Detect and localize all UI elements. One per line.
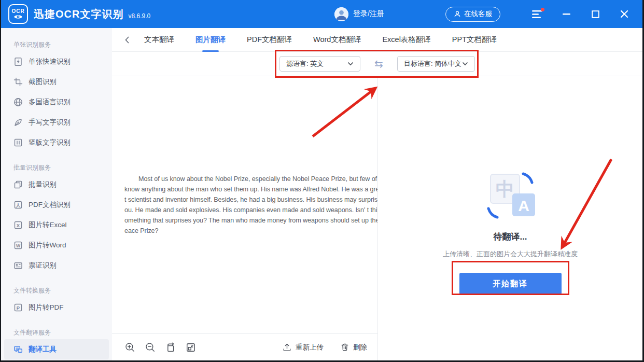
close-icon (620, 10, 628, 18)
source-language-value: 源语言: 英文 (286, 59, 324, 68)
main-panel: 文本翻译 图片翻译 PDF文档翻译 Word文档翻译 Excel表格翻译 PPT… (112, 28, 642, 360)
app-title: 迅捷OCR文字识别 (34, 7, 123, 21)
sidebar-item-label: 批量识别 (29, 180, 57, 189)
preview-text-line: t scientist and inventor himself. Beside… (124, 194, 365, 205)
target-language-select[interactable]: 目标语言: 简体中文 (397, 56, 475, 72)
svg-text:P: P (17, 304, 20, 310)
tab-pdf-translate[interactable]: PDF文档翻译 (247, 28, 292, 52)
preview-toolbar: 重新上传 删除 (112, 333, 377, 360)
sidebar-item-label: 手写文字识别 (29, 118, 71, 127)
zoom-in-button[interactable] (124, 342, 136, 353)
preview-text-line: eace Prize? (124, 226, 365, 236)
sidebar-item-label: 图片转Word (29, 241, 66, 250)
start-translate-button[interactable]: 开始翻译 (459, 273, 562, 295)
zoom-in-icon (125, 342, 135, 353)
login-register-link[interactable]: 登录/注册 (353, 9, 384, 19)
app-version: v8.6.9.0 (128, 12, 150, 20)
svg-text:X: X (17, 222, 20, 228)
support-label: 在线客服 (464, 9, 492, 19)
avatar[interactable] (334, 7, 348, 21)
stack-icon (13, 180, 23, 189)
online-support-button[interactable]: 在线客服 (445, 7, 500, 22)
sidebar-item-multilingual-recognition[interactable]: 多国语言识别 (1, 92, 112, 112)
fit-screen-button[interactable] (185, 342, 197, 353)
target-language-value: 目标语言: 简体中文 (404, 59, 461, 68)
pdf-doc-icon: 人 (13, 200, 23, 210)
sidebar-item-label: 翻译工具 (29, 345, 57, 354)
tab-bar: 文本翻译 图片翻译 PDF文档翻译 Word文档翻译 Excel表格翻译 PPT… (112, 28, 642, 52)
svg-text:W: W (16, 243, 21, 248)
sidebar-item-image-to-excel[interactable]: X 图片转Excel (1, 215, 112, 235)
app-window: OCR 迅捷OCR文字识别 v8.6.9.0 登录/注册 在线客服 (0, 0, 644, 362)
sidebar-item-handwriting-recognition[interactable]: 手写文字识别 (1, 112, 112, 132)
sidebar-item-batch-recognition[interactable]: 批量识别 (1, 174, 112, 194)
tab-image-translate[interactable]: 图片翻译 (195, 28, 226, 52)
trash-icon (340, 342, 349, 352)
pdf-convert-icon: P (13, 303, 23, 312)
titlebar: OCR 迅捷OCR文字识别 v8.6.9.0 登录/注册 在线客服 (1, 0, 642, 28)
sidebar-item-label: 票证识别 (29, 261, 57, 270)
preview-canvas[interactable]: Most of us know about the Nobel Prize, e… (112, 76, 377, 333)
minimize-icon (563, 13, 570, 15)
sidebar-item-pdf-recognition[interactable]: 人 PDF文档识别 (1, 194, 112, 215)
preview-text-line: ou. He made and sold explosives. His com… (124, 205, 365, 215)
back-button[interactable] (124, 36, 133, 44)
word-icon: W (13, 241, 23, 250)
reupload-label: 重新上传 (296, 343, 324, 352)
swap-languages-icon[interactable]: ⇆ (374, 59, 383, 69)
eye-icon (13, 14, 23, 20)
rotate-button[interactable] (165, 342, 176, 353)
crop-icon (13, 77, 23, 87)
preview-text-line: Most of us know about the Nobel Prize, e… (124, 174, 365, 184)
tab-word-translate[interactable]: Word文档翻译 (313, 28, 361, 52)
zoom-out-button[interactable] (145, 342, 156, 353)
sidebar-section-single: 单张识别服务 (1, 39, 112, 50)
sidebar-item-label: 竖版文字识别 (29, 138, 71, 147)
language-bar: 源语言: 英文 ⇆ 目标语言: 简体中文 (112, 52, 642, 76)
sidebar-item-label: 截图识别 (29, 77, 57, 87)
upload-icon (282, 342, 292, 352)
minimize-button[interactable] (559, 7, 573, 21)
sidebar-item-label: 单张快速识别 (29, 57, 71, 66)
tab-ppt-translate[interactable]: PPT文档翻译 (452, 28, 497, 52)
maximize-button[interactable] (589, 7, 602, 21)
globe-icon (13, 98, 23, 107)
sidebar-item-translate-tool[interactable]: 翻译工具 (4, 339, 109, 359)
notification-dot (541, 8, 544, 11)
excel-icon: X (13, 220, 23, 230)
sidebar-item-image-to-word[interactable]: W 图片转Word (1, 235, 112, 255)
sidebar-section-batch: 批量识别服务 (1, 162, 112, 173)
sidebar-item-screenshot-recognition[interactable]: 截图识别 (1, 72, 112, 92)
svg-text:人: 人 (15, 202, 21, 207)
sidebar-item-ticket-recognition[interactable]: 票证识别 (1, 255, 112, 275)
sidebar-section-translate: 文件翻译服务 (1, 327, 112, 338)
source-language-select[interactable]: 源语言: 英文 (279, 56, 360, 72)
sidebar-item-label: 图片转PDF (29, 303, 64, 312)
preview-text-line: know anything about the man who set them… (124, 184, 365, 194)
logo-text: OCR (11, 8, 24, 14)
delete-button[interactable]: 删除 (340, 342, 367, 352)
avatar-person-icon (334, 7, 348, 21)
tab-excel-translate[interactable]: Excel表格翻译 (382, 28, 430, 52)
sidebar-item-label: 图片转Excel (29, 220, 67, 230)
sidebar-item-vertical-text-recognition[interactable]: 竖版文字识别 (1, 132, 112, 152)
close-button[interactable] (618, 7, 631, 21)
sidebar-item-quick-recognition[interactable]: 单张快速识别 (1, 51, 112, 72)
ticket-icon (13, 261, 23, 270)
tab-text-translate[interactable]: 文本翻译 (144, 28, 174, 52)
rotate-icon (165, 342, 176, 353)
translate-tool-icon (13, 345, 23, 354)
app-logo: OCR (8, 4, 28, 24)
maximize-icon (592, 10, 599, 18)
sidebar-section-convert: 文件转换服务 (1, 285, 112, 296)
sidebar-item-image-to-pdf[interactable]: P 图片转PDF (1, 297, 112, 317)
reupload-button[interactable]: 重新上传 (282, 342, 324, 352)
status-hint: 上传清晰、正面的图片会大大提升翻译精准度 (443, 249, 578, 259)
sidebar: 单张识别服务 单张快速识别 截图识别 多国语言识别 手写文字识别 竖版文字识别 (1, 28, 112, 360)
chevron-down-icon (462, 62, 468, 66)
pen-icon (13, 118, 23, 127)
status-text: 待翻译... (493, 231, 527, 243)
icon-en-glyph: A (518, 197, 529, 214)
chevron-down-icon (347, 62, 354, 66)
menu-button[interactable] (530, 7, 544, 21)
